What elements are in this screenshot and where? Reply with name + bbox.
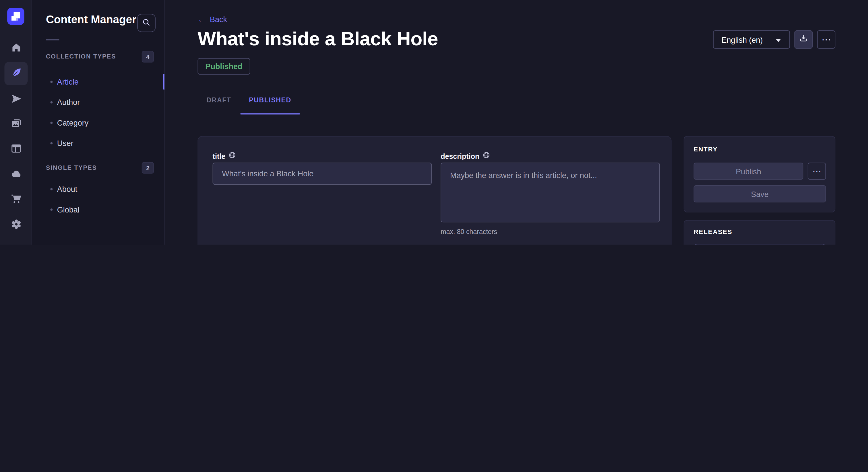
sidebar-item-category[interactable]: Category xyxy=(46,116,159,129)
nav-home-button[interactable] xyxy=(4,37,28,60)
release-card: Will be published in Spring Summer highl… xyxy=(694,244,826,245)
sidebar-item-label: Category xyxy=(57,119,89,127)
tab-published[interactable]: PUBLISHED xyxy=(240,92,300,114)
locale-value: English (en) xyxy=(722,35,763,44)
description-textarea[interactable]: Maybe the answer is in this article, or … xyxy=(441,163,660,222)
field-description-label: description xyxy=(441,152,479,160)
gear-icon xyxy=(10,218,22,232)
app-window: KD Content Manager COLLECTION TYPES 4 Ar… xyxy=(0,0,868,245)
collection-types-count-badge: 4 xyxy=(142,51,154,63)
bullet-icon xyxy=(51,142,53,144)
sidebar-item-label: Global xyxy=(57,205,80,214)
publish-button[interactable]: Publish xyxy=(694,163,803,180)
back-link[interactable]: ← Back xyxy=(198,15,227,24)
status-badge: Published xyxy=(198,58,250,75)
nav-content-type-builder-button[interactable] xyxy=(4,138,28,161)
globe-icon xyxy=(483,151,490,160)
search-icon xyxy=(142,18,151,29)
main-nav-rail: KD xyxy=(0,0,32,245)
releases-panel: RELEASES Will be published in Spring Sum… xyxy=(684,220,835,245)
download-icon xyxy=(799,34,808,45)
page-title: What's inside a Black Hole xyxy=(198,28,438,49)
chevron-down-icon xyxy=(775,35,782,44)
bullet-icon xyxy=(51,122,53,124)
nav-content-manager-button[interactable] xyxy=(4,62,28,85)
download-button[interactable] xyxy=(795,30,813,49)
back-label: Back xyxy=(210,15,227,24)
edit-form-panel: title description Maybe the answer is in… xyxy=(198,136,672,245)
cart-icon xyxy=(10,193,22,206)
nav-settings-button[interactable] xyxy=(4,213,28,237)
sidebar-item-author[interactable]: Author xyxy=(46,96,159,109)
bullet-icon xyxy=(51,208,53,211)
sidebar-item-about[interactable]: About xyxy=(46,182,159,196)
section-label-single-types: SINGLE TYPES xyxy=(46,164,97,171)
nav-deploy-button[interactable] xyxy=(4,163,28,187)
more-actions-button[interactable]: ⋯ xyxy=(817,30,836,49)
nav-marketplace-button[interactable] xyxy=(4,188,28,211)
nav-releases-button[interactable] xyxy=(4,88,28,111)
entry-more-button[interactable]: ⋯ xyxy=(808,163,826,180)
images-icon xyxy=(10,118,22,131)
bullet-icon xyxy=(51,101,53,103)
entry-panel-title: ENTRY xyxy=(694,146,718,153)
sidebar-item-label: About xyxy=(57,185,78,194)
sidebar-title: Content Manager xyxy=(46,13,136,26)
field-description: description Maybe the answer is in this … xyxy=(441,151,660,235)
sidebar-item-label: Author xyxy=(57,98,80,107)
bullet-icon xyxy=(51,81,53,83)
sidebar-divider xyxy=(46,39,59,40)
release-status: Will be published in xyxy=(694,244,825,245)
active-item-indicator xyxy=(163,74,164,90)
save-button[interactable]: Save xyxy=(694,185,826,202)
sidebar-item-label: Article xyxy=(57,77,79,86)
sidebar-item-article[interactable]: Article xyxy=(46,75,159,88)
releases-panel-title: RELEASES xyxy=(694,229,733,235)
feather-icon xyxy=(10,67,22,80)
single-types-count-badge: 2 xyxy=(142,162,154,174)
main-content: ← Back What's inside a Black Hole Publis… xyxy=(165,0,868,245)
field-title-label: title xyxy=(213,152,226,160)
sidebar-item-user[interactable]: User xyxy=(46,136,159,150)
more-icon: ⋯ xyxy=(822,34,831,45)
cloud-icon xyxy=(10,168,22,181)
bullet-icon xyxy=(51,188,53,191)
more-icon: ⋯ xyxy=(812,166,821,177)
content-manager-sidebar: Content Manager COLLECTION TYPES 4 Artic… xyxy=(32,0,165,245)
title-input[interactable] xyxy=(213,163,432,185)
paper-plane-icon xyxy=(10,93,22,106)
home-icon xyxy=(10,42,22,55)
header-actions: English (en) ⋯ xyxy=(713,30,836,49)
description-hint: max. 80 characters xyxy=(441,228,660,236)
locale-select[interactable]: English (en) xyxy=(713,30,790,49)
entry-panel: ENTRY Publish ⋯ Save xyxy=(684,136,835,212)
strapi-logo[interactable] xyxy=(7,8,24,25)
layout-icon xyxy=(10,143,22,156)
version-tabs: DRAFT PUBLISHED xyxy=(198,92,300,114)
field-title: title xyxy=(213,151,432,185)
back-arrow-icon: ← xyxy=(198,15,206,24)
section-label-collection-types: COLLECTION TYPES xyxy=(46,53,116,60)
sidebar-item-label: User xyxy=(57,139,73,148)
tab-draft[interactable]: DRAFT xyxy=(198,92,240,114)
nav-media-library-button[interactable] xyxy=(4,113,28,136)
sidebar-search-button[interactable] xyxy=(137,14,156,32)
sidebar-item-global[interactable]: Global xyxy=(46,203,159,216)
globe-icon xyxy=(229,151,236,160)
